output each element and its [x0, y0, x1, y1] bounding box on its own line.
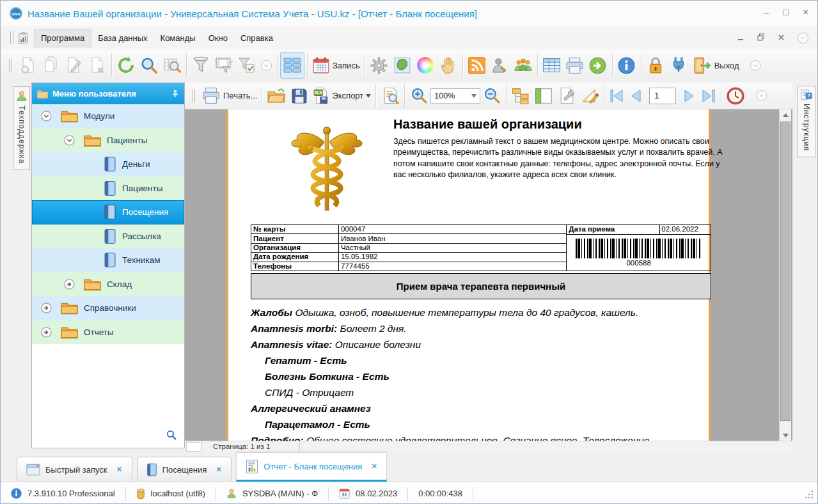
report-icon [246, 459, 258, 474]
close-button[interactable]: × [803, 6, 808, 19]
tree-item-modules[interactable]: Модули [32, 104, 184, 129]
menubar-overflow-chevron-icon[interactable] [798, 33, 808, 43]
collapse-arrow-icon[interactable] [64, 135, 75, 146]
filter-button[interactable] [189, 52, 212, 79]
report-print-button[interactable]: Печать... [200, 84, 259, 107]
report-export-button[interactable]: XLS Экспорт [311, 84, 373, 107]
menu-database[interactable]: База данных [91, 29, 153, 47]
tab-close-icon[interactable]: ✕ [116, 465, 123, 474]
resize-grip[interactable] [805, 490, 814, 501]
tree-item-label: Деньги [122, 159, 150, 169]
tree-item-directories[interactable]: Справочники [32, 296, 184, 320]
tree-item-money[interactable]: Деньги [32, 152, 184, 177]
tree-item-reports[interactable]: Отчеты [32, 320, 184, 345]
filter-window-button[interactable] [212, 52, 235, 79]
tree-item-patients[interactable]: Пациенты [32, 177, 184, 201]
menu-window[interactable]: Окно [202, 29, 234, 47]
report-save-button[interactable] [288, 84, 311, 107]
report-open-button[interactable] [265, 84, 288, 107]
report-toolbar-grip[interactable] [192, 90, 195, 102]
tree-item-visits[interactable]: Посещения [32, 200, 184, 224]
rss-button[interactable] [466, 52, 489, 79]
tree-item-warehouse[interactable]: Склад [32, 272, 184, 297]
layout-grid-button[interactable] [280, 52, 304, 79]
scroll-up-arrow-icon[interactable] [780, 109, 790, 120]
report-history-button[interactable] [724, 84, 747, 107]
search-grid-button[interactable] [161, 52, 184, 79]
copy-record-button[interactable] [40, 52, 63, 79]
tree-item-label: Справочники [84, 303, 136, 313]
expand-arrow-icon[interactable] [41, 327, 52, 338]
user-key-button[interactable] [489, 52, 512, 79]
lock-button[interactable] [644, 52, 667, 79]
tab-report-visit-form[interactable]: Отчет - Бланк посещения ✕ [236, 452, 387, 482]
tab-close-icon[interactable]: ✕ [371, 462, 377, 471]
prev-page-button[interactable] [626, 86, 645, 106]
window-title: Название Вашей организации - Универсальн… [28, 8, 477, 19]
menu-help[interactable]: Справка [234, 29, 279, 47]
next-page-button[interactable] [680, 86, 699, 106]
maximize-button[interactable]: □ [783, 6, 789, 19]
collapse-arrow-icon[interactable] [41, 111, 52, 122]
refresh-button[interactable] [114, 52, 138, 79]
toolbar-overflow-chevron-icon[interactable] [750, 60, 761, 71]
hand-button[interactable] [437, 52, 460, 79]
first-page-button[interactable] [607, 86, 626, 106]
plug-button[interactable] [667, 52, 690, 79]
filter-check-button[interactable] [235, 52, 258, 79]
report-service-button[interactable] [555, 84, 578, 107]
pin-icon[interactable] [171, 90, 179, 98]
report-page-setup-button[interactable] [532, 84, 555, 107]
tree-item-technicians[interactable]: Техникам [32, 248, 184, 272]
doc-minimize-button[interactable] [737, 32, 744, 43]
sidebar-search-icon[interactable] [166, 430, 177, 443]
tab-instruction[interactable]: ? Инструкция [797, 86, 815, 157]
tree-item-mailing[interactable]: Рассылка [32, 224, 184, 249]
users-group-button[interactable] [512, 52, 535, 79]
report-toolbar-overflow-chevron-icon[interactable] [756, 90, 767, 101]
table-button[interactable] [540, 52, 563, 79]
minimize-button[interactable]: – [764, 6, 769, 19]
edit-record-button[interactable] [63, 52, 86, 79]
exit-button[interactable]: Выход [690, 52, 741, 79]
expand-arrow-icon[interactable] [64, 279, 75, 290]
last-page-button[interactable] [699, 86, 718, 106]
search-button[interactable] [138, 52, 161, 79]
settings-gear-button[interactable] [368, 52, 391, 79]
record-calendar-button[interactable]: Запись [310, 52, 362, 79]
info-button[interactable] [615, 52, 638, 79]
tab-quick-launch[interactable]: Быстрый запуск ✕ [17, 457, 132, 482]
toolbar-grip[interactable] [10, 31, 13, 44]
expand-arrow-icon[interactable] [41, 303, 52, 313]
report-structure-button[interactable] [509, 84, 532, 107]
color-wheel-button[interactable] [414, 52, 437, 79]
filter-overflow-chevron-icon[interactable] [261, 60, 272, 71]
report-preview-button[interactable] [379, 84, 402, 107]
tab-support[interactable]: Техподдержка [13, 86, 30, 170]
report-vertical-scrollbar[interactable] [779, 109, 791, 441]
report-design-button[interactable] [578, 84, 601, 107]
page-number-input[interactable]: 1 [649, 88, 676, 104]
info-icon [11, 488, 22, 499]
zoom-in-button[interactable] [407, 84, 430, 107]
support-tab-label: Техподдержка [17, 106, 26, 164]
report-toolbar: Печать... XLS Экспорт 100% [185, 83, 792, 109]
tab-close-icon[interactable]: ✕ [216, 465, 222, 474]
go-button[interactable] [586, 52, 610, 79]
menu-commands[interactable]: Команды [154, 29, 202, 47]
user-menu-header: Меню пользователя [32, 83, 184, 104]
main-toolbar-grip[interactable] [9, 59, 12, 72]
zoom-level-select[interactable]: 100% [430, 88, 480, 104]
tree-item-patients-folder[interactable]: Пациенты [32, 129, 184, 153]
map-button[interactable] [391, 52, 414, 79]
scroll-down-arrow-icon[interactable] [780, 430, 790, 441]
tab-visits[interactable]: Посещения ✕ [137, 457, 232, 482]
doc-restore-button[interactable] [757, 32, 765, 43]
scrollbar-thumb[interactable] [780, 122, 790, 421]
add-record-button[interactable] [17, 52, 40, 79]
zoom-out-button[interactable] [480, 84, 503, 107]
doc-close-button[interactable] [778, 32, 785, 43]
menu-program[interactable]: Программа [34, 29, 91, 47]
delete-record-button[interactable] [86, 52, 109, 79]
print-button[interactable] [563, 52, 586, 79]
